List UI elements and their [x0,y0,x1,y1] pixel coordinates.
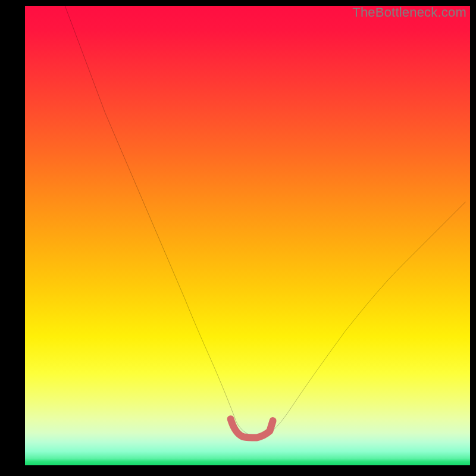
attribution-text: TheBottleneck.com [352,5,466,20]
bottleneck-curve [65,6,465,437]
plot-area [25,6,470,465]
optimal-band-marker [231,419,273,437]
chart-container: TheBottleneck.com [0,0,476,476]
chart-svg [25,6,470,451]
